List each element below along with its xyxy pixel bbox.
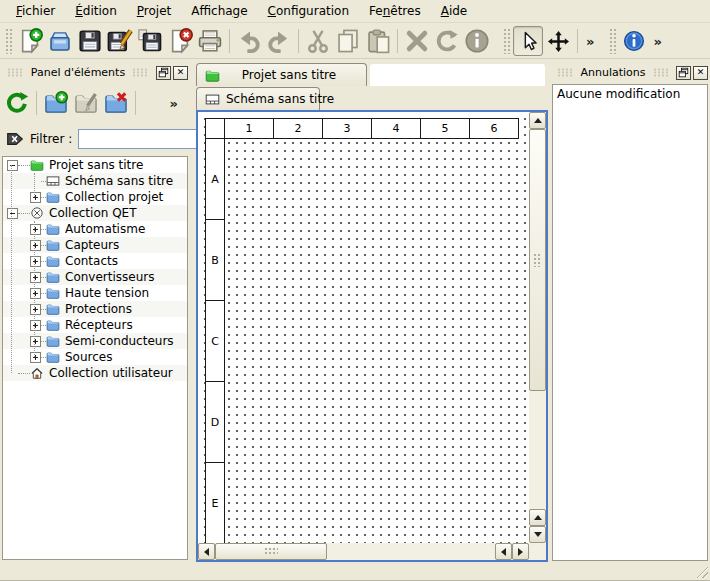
- tree-item-collection-projet[interactable]: Collection projet: [3, 189, 187, 205]
- folder-blue-icon: [46, 190, 61, 204]
- paste-icon: [365, 28, 391, 54]
- tree-item-projet-sans-titre[interactable]: Projet sans titre: [3, 157, 187, 173]
- tab-schema-sans-titre[interactable]: Schéma sans titre: [196, 87, 320, 110]
- scroll-up-button-2[interactable]: [529, 509, 546, 526]
- float-panel-button[interactable]: [676, 66, 691, 80]
- vertical-scrollbar-track[interactable]: [529, 391, 546, 509]
- undo-panel-titlebar[interactable]: Annulations ✕: [552, 63, 708, 82]
- expand-icon[interactable]: [30, 240, 41, 251]
- toolbar-separator: [229, 29, 230, 53]
- save-as-button[interactable]: [105, 26, 135, 56]
- new-document-button[interactable]: [15, 26, 45, 56]
- tree-item-collection-qet[interactable]: Collection QET: [3, 205, 187, 221]
- grid-row-header: E: [205, 462, 225, 543]
- scroll-left-button[interactable]: [198, 543, 215, 560]
- tree-item-capteurs[interactable]: Capteurs: [3, 237, 187, 253]
- expand-icon[interactable]: [30, 304, 41, 315]
- elements-panel-titlebar[interactable]: Panel d'éléments ✕: [2, 63, 190, 82]
- about-button[interactable]: [619, 26, 649, 56]
- menu-edition[interactable]: Édition: [65, 1, 127, 21]
- scroll-down-button[interactable]: [529, 526, 546, 543]
- new-category-button[interactable]: [41, 88, 71, 118]
- menu-configuration[interactable]: Configuration: [258, 1, 359, 21]
- expand-icon[interactable]: [30, 320, 41, 331]
- menu-aide[interactable]: Aide: [431, 1, 478, 21]
- collapse-icon[interactable]: [7, 208, 18, 219]
- print-button[interactable]: [195, 26, 225, 56]
- undo-button[interactable]: [234, 26, 264, 56]
- select-mode-button[interactable]: [513, 26, 543, 56]
- scroll-right-button[interactable]: [512, 543, 529, 560]
- size-grip[interactable]: [695, 565, 708, 578]
- toolbar-extension-panel-button[interactable]: »: [166, 96, 182, 111]
- close-panel-button[interactable]: ✕: [693, 66, 708, 80]
- tab-projet-sans-titre[interactable]: Projet sans titre: [196, 63, 367, 86]
- toolbar-handle[interactable]: [5, 28, 12, 54]
- expand-icon[interactable]: [30, 256, 41, 267]
- tree-item-contacts[interactable]: Contacts: [3, 253, 187, 269]
- scroll-up-button[interactable]: [529, 112, 546, 129]
- filter-row: Filtrer :: [2, 127, 190, 151]
- qelectrotech-window: FichierÉditionProjetAffichageConfigurati…: [0, 0, 710, 581]
- pan-mode-button[interactable]: [543, 26, 573, 56]
- edit-category-button[interactable]: [71, 88, 101, 118]
- toolbar-handle[interactable]: [609, 28, 616, 54]
- expand-icon[interactable]: [30, 336, 41, 347]
- expand-icon[interactable]: [30, 288, 41, 299]
- save-button[interactable]: [75, 26, 105, 56]
- delete-selection-button[interactable]: [402, 26, 432, 56]
- tree-item-protections[interactable]: Protections: [3, 301, 187, 317]
- menu-projet[interactable]: Projet: [127, 1, 181, 21]
- toolbar-separator: [36, 91, 37, 115]
- undo-list-item[interactable]: Aucune modification: [553, 85, 707, 103]
- menu-bar: FichierÉditionProjetAffichageConfigurati…: [0, 0, 710, 23]
- diagram-canvas[interactable]: 123456 ABCDE: [198, 112, 529, 543]
- vertical-scrollbar[interactable]: [529, 112, 546, 543]
- main-toolbar: [15, 26, 492, 56]
- tree-item-schema-sans-titre[interactable]: Schéma sans titre: [3, 173, 187, 189]
- vertical-scrollbar-thumb[interactable]: [529, 129, 546, 391]
- horizontal-scrollbar[interactable]: [198, 543, 529, 560]
- close-file-button[interactable]: [165, 26, 195, 56]
- redo-button[interactable]: [264, 26, 294, 56]
- horizontal-scrollbar-track[interactable]: [327, 543, 495, 560]
- close-icon: ✕: [697, 68, 705, 77]
- tree-item-haute-tension[interactable]: Haute tension: [3, 285, 187, 301]
- scroll-left-button-2[interactable]: [495, 543, 512, 560]
- arrow-right-icon: [518, 548, 523, 556]
- close-panel-button[interactable]: ✕: [173, 66, 188, 80]
- cut-button[interactable]: [303, 26, 333, 56]
- tree-item-recepteurs[interactable]: Récepteurs: [3, 317, 187, 333]
- copy-button[interactable]: [333, 26, 363, 56]
- expand-icon[interactable]: [30, 224, 41, 235]
- tree-item-label: Protections: [65, 302, 132, 316]
- horizontal-scrollbar-thumb[interactable]: [215, 543, 327, 560]
- expand-icon[interactable]: [30, 352, 41, 363]
- tree-item-sources[interactable]: Sources: [3, 349, 187, 365]
- menu-fenetres[interactable]: Fenêtres: [359, 1, 431, 21]
- tree-item-collection-utilisateur[interactable]: Collection utilisateur: [3, 365, 187, 381]
- toolbar-extension-info-button[interactable]: »: [649, 34, 665, 49]
- save-all-button[interactable]: [135, 26, 165, 56]
- reload-collections-button[interactable]: [2, 88, 32, 118]
- delete-category-button[interactable]: [101, 88, 131, 118]
- tree-item-convertisseurs[interactable]: Convertisseurs: [3, 269, 187, 285]
- open-project-button[interactable]: [45, 26, 75, 56]
- menu-affichage[interactable]: Affichage: [181, 1, 257, 21]
- paste-button[interactable]: [363, 26, 393, 56]
- folder-blue-icon: [46, 302, 61, 316]
- expand-icon[interactable]: [30, 272, 41, 283]
- dock-texture: [653, 68, 669, 77]
- menu-fichier[interactable]: Fichier: [6, 1, 65, 21]
- toolbar-extension-modes-button[interactable]: »: [582, 34, 598, 49]
- collapse-icon[interactable]: [7, 160, 18, 171]
- tree-item-automatisme[interactable]: Automatisme: [3, 221, 187, 237]
- clear-filter-button[interactable]: [6, 130, 24, 148]
- tree-item-semi-conducteurs[interactable]: Semi-conducteurs: [3, 333, 187, 349]
- expand-icon[interactable]: [30, 192, 41, 203]
- selection-properties-button[interactable]: [462, 26, 492, 56]
- rotate-selection-button[interactable]: [432, 26, 462, 56]
- arrow-up-icon: [534, 118, 542, 123]
- toolbar-handle[interactable]: [503, 28, 510, 54]
- float-panel-button[interactable]: [156, 66, 171, 80]
